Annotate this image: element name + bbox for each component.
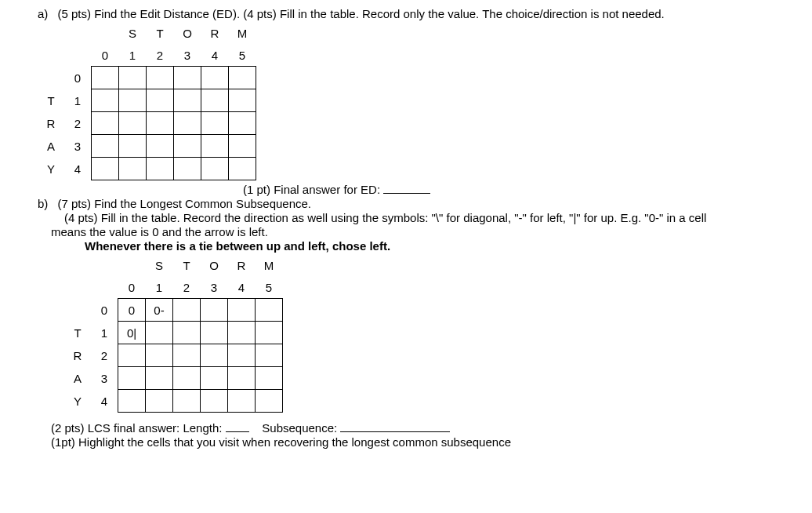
- lcs-cell[interactable]: [201, 299, 228, 322]
- ed-cell[interactable]: [92, 89, 119, 112]
- ed-cell[interactable]: [119, 67, 147, 89]
- ed-final-blank[interactable]: [383, 181, 430, 194]
- lcs-row-num: 3: [91, 367, 118, 390]
- lcs-final-label2: Subsequence:: [262, 421, 337, 435]
- ed-cell[interactable]: [92, 112, 119, 135]
- ed-row-letter: R: [38, 112, 64, 135]
- ed-row-letter: [38, 67, 64, 89]
- ed-row-num: 4: [64, 158, 92, 180]
- lcs-row-letter: T: [64, 322, 91, 344]
- lcs-cell[interactable]: [201, 367, 228, 390]
- ed-cell[interactable]: [201, 89, 229, 112]
- lcs-cell[interactable]: [256, 299, 283, 322]
- ed-table: S T O R M 0 1 2 3 4 5 0: [38, 22, 256, 180]
- lcs-cell[interactable]: 0|: [118, 322, 146, 344]
- lcs-cell[interactable]: [228, 344, 256, 367]
- ed-col-num: 2: [147, 44, 174, 67]
- lcs-cell[interactable]: [173, 299, 201, 322]
- lcs-row-letter: R: [64, 344, 91, 367]
- ed-cell[interactable]: [92, 67, 119, 89]
- part-a-prompt: (5 pts) Find the Edit Distance (ED). (4 …: [52, 7, 665, 20]
- ed-cell[interactable]: [119, 89, 147, 112]
- lcs-cell[interactable]: [173, 390, 201, 413]
- ed-cell[interactable]: [147, 89, 174, 112]
- ed-cell[interactable]: [174, 67, 201, 89]
- ed-cell[interactable]: [119, 112, 147, 135]
- lcs-subseq-blank[interactable]: [340, 420, 450, 432]
- ed-row-num: 1: [64, 89, 92, 112]
- lcs-col-letter: S: [146, 254, 173, 276]
- lcs-cell[interactable]: 0-: [146, 299, 173, 322]
- ed-cell[interactable]: [201, 112, 229, 135]
- lcs-row-num: 1: [91, 322, 118, 344]
- lcs-cell[interactable]: [256, 322, 283, 344]
- lcs-cell[interactable]: [173, 344, 201, 367]
- lcs-col-num: 1: [146, 276, 173, 299]
- ed-col-letter: S: [119, 22, 147, 44]
- lcs-cell[interactable]: [201, 344, 228, 367]
- lcs-col-num: 0: [118, 276, 146, 299]
- lcs-cell[interactable]: [201, 390, 228, 413]
- lcs-cell[interactable]: [146, 344, 173, 367]
- lcs-cell[interactable]: [256, 367, 283, 390]
- ed-cell[interactable]: [119, 158, 147, 180]
- ed-cell[interactable]: [147, 112, 174, 135]
- lcs-row-letter: [64, 299, 91, 322]
- lcs-col-letter: M: [256, 254, 283, 276]
- lcs-cell[interactable]: [228, 367, 256, 390]
- ed-row-letter: T: [38, 89, 64, 112]
- ed-cell[interactable]: [229, 158, 256, 180]
- ed-cell[interactable]: [201, 67, 229, 89]
- ed-final-label: (1 pt) Final answer for ED:: [243, 183, 380, 196]
- lcs-cell[interactable]: [228, 390, 256, 413]
- ed-cell[interactable]: [229, 135, 256, 158]
- lcs-cell[interactable]: [228, 299, 256, 322]
- ed-col-letter: M: [229, 22, 256, 44]
- lcs-row-letter: Y: [64, 390, 91, 413]
- lcs-row-num: 0: [91, 299, 118, 322]
- lcs-cell[interactable]: [118, 367, 146, 390]
- ed-cell[interactable]: [229, 112, 256, 135]
- ed-col-num: 0: [92, 44, 119, 67]
- ed-cell[interactable]: [174, 158, 201, 180]
- lcs-cell[interactable]: [118, 344, 146, 367]
- part-b-line2b: means the value is 0 and the arrow is le…: [51, 225, 268, 238]
- part-b-prompt: (7 pts) Find the Longest Common Subseque…: [52, 197, 312, 210]
- lcs-col-num: 3: [201, 276, 228, 299]
- ed-cell[interactable]: [92, 158, 119, 180]
- lcs-cell[interactable]: [173, 367, 201, 390]
- ed-cell[interactable]: [147, 158, 174, 180]
- ed-cell[interactable]: [201, 158, 229, 180]
- ed-cell[interactable]: [229, 67, 256, 89]
- ed-cell[interactable]: [147, 67, 174, 89]
- lcs-cell[interactable]: [146, 367, 173, 390]
- ed-cell[interactable]: [229, 89, 256, 112]
- part-b-rule: Whenever there is a tie between up and l…: [85, 239, 390, 253]
- lcs-cell[interactable]: [118, 390, 146, 413]
- lcs-col-num: 2: [173, 276, 201, 299]
- ed-row-num: 3: [64, 135, 92, 158]
- ed-cell[interactable]: [92, 135, 119, 158]
- ed-cell[interactable]: [147, 135, 174, 158]
- lcs-length-blank[interactable]: [226, 420, 249, 432]
- ed-cell[interactable]: [201, 135, 229, 158]
- lcs-cell[interactable]: [201, 322, 228, 344]
- lcs-cell[interactable]: [228, 322, 256, 344]
- lcs-cell[interactable]: [256, 344, 283, 367]
- lcs-cell[interactable]: [256, 390, 283, 413]
- ed-row-letter: A: [38, 135, 64, 158]
- ed-cell[interactable]: [174, 135, 201, 158]
- lcs-row-num: 2: [91, 344, 118, 367]
- ed-cell[interactable]: [174, 89, 201, 112]
- lcs-row-num: 4: [91, 390, 118, 413]
- lcs-cell[interactable]: [146, 322, 173, 344]
- ed-cell[interactable]: [174, 112, 201, 135]
- lcs-col-num: 4: [228, 276, 256, 299]
- ed-col-letter: R: [201, 22, 229, 44]
- ed-row-letter: Y: [38, 158, 64, 180]
- lcs-cell[interactable]: [146, 390, 173, 413]
- lcs-cell[interactable]: 0: [118, 299, 146, 322]
- ed-cell[interactable]: [119, 135, 147, 158]
- lcs-final-label1: (2 pts) LCS final answer: Length:: [51, 421, 222, 435]
- lcs-cell[interactable]: [173, 322, 201, 344]
